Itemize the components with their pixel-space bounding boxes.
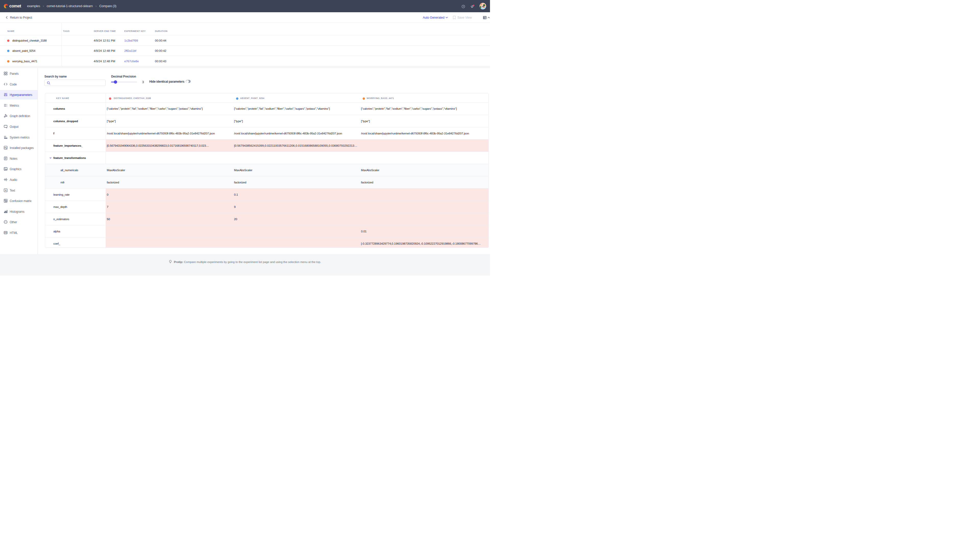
svg-text:HTML: HTML: [4, 232, 7, 233]
svg-text:Tr: Tr: [5, 189, 6, 191]
svg-text:?: ?: [463, 5, 464, 8]
svg-text:Py: Py: [5, 147, 7, 149]
